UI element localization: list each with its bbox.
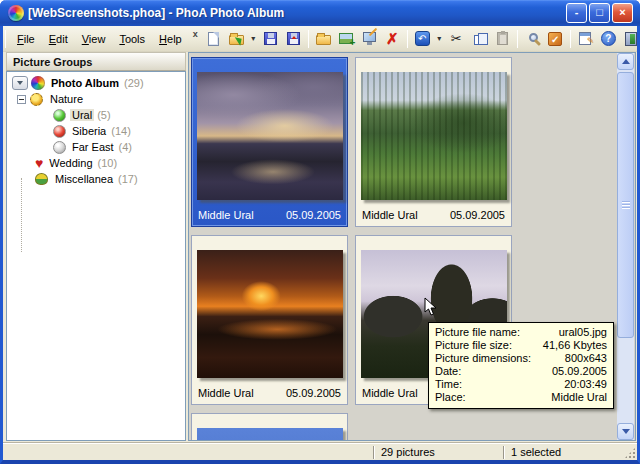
tree-connector-line (21, 178, 22, 252)
thumbnail-date: 05.09.2005 (286, 387, 341, 399)
thumbnail-photo-forest-hills[interactable] (361, 72, 507, 200)
copy-icon (474, 35, 482, 45)
menu-edit[interactable]: Edit (42, 30, 75, 48)
new-group-button[interactable] (312, 28, 335, 50)
app-window: [WebScreenshots.phoa] - PhoA Photo Album… (0, 0, 640, 464)
scissors-icon: ✂ (451, 32, 462, 45)
tooltip-label: Picture file size: (435, 339, 512, 352)
tooltip-value: 41,66 Kbytes (543, 339, 607, 352)
new-document-icon (208, 32, 219, 46)
menu-help[interactable]: Help (152, 30, 189, 48)
toolbar-separator (407, 30, 408, 48)
scrollbar-thumb[interactable] (617, 72, 634, 338)
far-east-group-icon (53, 141, 66, 154)
new-album-button[interactable] (202, 28, 225, 50)
groups-tree: Photo Album (29) Nature Ural (5) Siberia… (6, 71, 186, 441)
close-button[interactable]: × (612, 3, 633, 23)
picture-info-tooltip: Picture file name:ural05.jpg Picture fil… (428, 322, 614, 409)
picture-groups-panel: Picture Groups Photo Album (29) Nature U… (6, 52, 186, 441)
wedding-heart-icon: ♥ (35, 157, 43, 169)
nature-group-icon (30, 93, 43, 106)
form-edit-icon: ✎ (579, 32, 591, 45)
open-album-dropdown[interactable]: ▾ (248, 28, 259, 50)
menu-view[interactable]: View (75, 30, 113, 48)
save-as-icon (287, 32, 300, 45)
thumbnail-card-partial[interactable] (191, 413, 348, 441)
copy-button[interactable] (468, 28, 491, 50)
tree-item-photo-album[interactable]: Photo Album (29) (7, 75, 185, 91)
delete-button[interactable]: ✗ (381, 28, 404, 50)
tooltip-value: 05.09.2005 (552, 365, 607, 378)
add-picture-icon (339, 33, 353, 44)
delete-x-icon: ✗ (386, 31, 399, 46)
exit-door-icon (625, 32, 637, 46)
tooltip-value: Middle Ural (551, 391, 607, 404)
tooltip-label: Time: (435, 378, 462, 391)
collapse-expander-icon[interactable] (17, 95, 26, 104)
status-bar: 29 pictures 1 selected (3, 443, 637, 460)
menu-toolbar-band: File Edit View Tools Help x ▾ ✗ ↶ ▾ ✂ (3, 26, 637, 52)
status-selected-count: 1 selected (511, 446, 561, 458)
save-album-button[interactable] (259, 28, 282, 50)
mouse-cursor-icon (424, 297, 437, 319)
tree-item-far-east[interactable]: Far East (4) (7, 139, 185, 155)
new-group-folder-icon (316, 35, 331, 45)
tree-item-wedding[interactable]: ♥ Wedding (10) (7, 155, 185, 171)
thumbnail-date: 05.09.2005 (450, 209, 505, 221)
toolbar-separator (570, 30, 571, 48)
toolbar: ▾ ✗ ↶ ▾ ✂ ✓ ✎ ? (202, 26, 640, 51)
miscellanea-group-icon (35, 173, 48, 185)
tooltip-value: 20:03:49 (564, 378, 607, 391)
paste-button (491, 28, 514, 50)
tree-item-ural[interactable]: Ural (5) (7, 107, 185, 123)
statusbar-divider (503, 446, 504, 459)
thumbnail-card-selected[interactable]: Middle Ural05.09.2005 (191, 57, 348, 227)
view-mode-button[interactable]: ✎ (574, 28, 597, 50)
thumbnail-photo-partial[interactable] (197, 428, 343, 441)
cut-button[interactable]: ✂ (445, 28, 468, 50)
status-pictures-count: 29 pictures (381, 446, 435, 458)
band-drag-handle[interactable] (5, 30, 6, 48)
statusbar-divider (373, 446, 374, 459)
thumbnail-card[interactable]: Middle Ural05.09.2005 (355, 57, 512, 227)
save-album-as-button[interactable] (282, 28, 305, 50)
help-icon: ? (601, 31, 616, 46)
thumbnail-photo-orange-sunset[interactable] (197, 250, 343, 378)
scroll-down-button[interactable] (617, 423, 634, 440)
thumbnail-photo-sunset-lake[interactable] (197, 72, 343, 200)
resize-grip[interactable] (624, 447, 636, 459)
band-close-button[interactable]: x (193, 29, 198, 41)
maximize-button[interactable]: □ (589, 3, 610, 23)
ural-group-icon (53, 109, 66, 122)
tree-item-siberia[interactable]: Siberia (14) (7, 123, 185, 139)
menu-tools[interactable]: Tools (112, 30, 152, 48)
exit-button[interactable] (620, 28, 640, 50)
settings-button[interactable]: ✓ (544, 28, 567, 50)
vertical-scrollbar[interactable] (617, 53, 634, 440)
tooltip-value: 800x643 (565, 352, 607, 365)
thumbnail-place: Middle Ural (362, 387, 418, 399)
tooltip-label: Picture file name: (435, 326, 520, 339)
edit-picture-button[interactable] (358, 28, 381, 50)
undo-button[interactable]: ↶ (411, 28, 434, 50)
monitor-edit-icon (363, 32, 376, 42)
add-pictures-button[interactable] (335, 28, 358, 50)
album-dropdown-button[interactable] (12, 76, 28, 90)
search-button[interactable] (521, 28, 544, 50)
menu-file[interactable]: File (10, 30, 42, 48)
undo-dropdown[interactable]: ▾ (434, 28, 445, 50)
photo-album-icon (31, 76, 45, 90)
minimize-button[interactable]: - (566, 3, 587, 23)
paste-icon-disabled (497, 32, 508, 45)
scroll-up-button[interactable] (617, 53, 634, 70)
thumbnail-date: 05.09.2005 (286, 209, 341, 221)
tree-item-miscellanea[interactable]: Miscellanea (17) (7, 171, 185, 187)
tree-item-nature[interactable]: Nature (7, 91, 185, 107)
undo-icon: ↶ (415, 31, 430, 46)
title-bar[interactable]: [WebScreenshots.phoa] - PhoA Photo Album… (0, 0, 640, 26)
app-logo-icon (8, 5, 24, 21)
thumbnail-place: Middle Ural (198, 387, 254, 399)
open-album-button[interactable] (225, 28, 248, 50)
thumbnail-card[interactable]: Middle Ural05.09.2005 (191, 235, 348, 405)
help-button[interactable]: ? (597, 28, 620, 50)
